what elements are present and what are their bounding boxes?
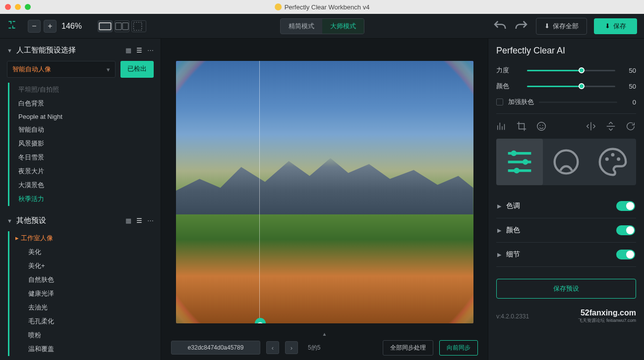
enhance-skin-row: 加强肤色 0 — [496, 98, 636, 106]
adjustment-toggle[interactable] — [616, 201, 635, 211]
detect-button[interactable]: 已检出 — [120, 61, 154, 78]
expand-filmstrip-icon[interactable]: ▲ — [322, 331, 327, 337]
histogram-icon[interactable] — [496, 121, 507, 132]
svg-point-9 — [514, 168, 520, 174]
undo-button[interactable] — [492, 19, 507, 34]
view-crop-icon[interactable] — [131, 20, 146, 32]
preset-item[interactable]: 温和覆盖 — [28, 342, 156, 356]
next-image-button[interactable]: › — [285, 341, 298, 354]
flip-h-icon[interactable] — [585, 121, 596, 132]
svg-point-5 — [539, 125, 540, 126]
svg-point-13 — [617, 157, 620, 161]
logo-icon[interactable] — [7, 20, 17, 32]
tab-portrait[interactable] — [543, 139, 589, 185]
prev-image-button[interactable]: ‹ — [266, 341, 279, 354]
filename-display[interactable]: e32dc8474d0a45789 — [171, 341, 260, 355]
list-view-icon[interactable]: ☰ — [136, 217, 142, 224]
preset-item[interactable]: 美化+ — [28, 259, 156, 273]
flip-v-icon[interactable] — [605, 121, 616, 132]
slider-value: 50 — [622, 67, 636, 74]
preset-item[interactable]: 秋季活力 — [18, 192, 156, 206]
list-view-icon[interactable]: ☰ — [136, 47, 142, 54]
enhance-skin-checkbox[interactable] — [496, 99, 503, 105]
save-all-button[interactable]: ⬇ 保存全部 — [536, 18, 587, 35]
preset-item[interactable]: 健康光泽 — [28, 287, 156, 301]
grid-view-icon[interactable]: ▦ — [125, 47, 131, 54]
version-text: v:4.2.0.2331 — [496, 313, 529, 320]
slider-thumb[interactable] — [579, 67, 585, 73]
sync-forward-button[interactable]: 向前同步 — [439, 340, 478, 356]
preset-item[interactable]: 智能自动 — [18, 123, 156, 137]
tool-row — [496, 113, 636, 139]
preset-item[interactable]: 美化 — [28, 245, 156, 259]
chevron-right-icon: ▶ — [497, 227, 501, 234]
ai-presets-title: 人工智能预设选择 — [16, 46, 121, 55]
chevron-down-icon: ▼ — [7, 48, 12, 53]
zoom-out-button[interactable]: − — [28, 20, 41, 33]
mode-master-button[interactable]: 大师模式 — [322, 19, 364, 34]
close-window-icon[interactable] — [5, 4, 11, 10]
sync-all-button[interactable]: 全部同步处理 — [383, 340, 433, 356]
chevron-down-icon: ▼ — [7, 218, 12, 224]
ai-presets-header[interactable]: ▼ 人工智能预设选择 ▦ ☰ ⋯ — [5, 46, 156, 55]
save-preset-button[interactable]: 保存预设 — [496, 279, 636, 299]
image-preview[interactable]: ◂▸ — [176, 61, 473, 323]
preset-group-title[interactable]: ▸ 工作室人像 — [15, 231, 156, 245]
zoom-value: 146% — [61, 22, 82, 31]
preset-item[interactable]: 冬日雪景 — [18, 151, 156, 164]
enhance-skin-value: 0 — [622, 99, 636, 106]
window-controls — [0, 4, 31, 10]
more-icon[interactable]: ⋯ — [147, 217, 154, 224]
adjustment-row[interactable]: ▶ 色调 — [496, 194, 636, 218]
slider-track[interactable] — [527, 86, 615, 87]
rotate-icon[interactable] — [625, 121, 636, 132]
adjustment-toggle[interactable] — [616, 250, 635, 259]
slider-track[interactable] — [527, 70, 615, 71]
other-presets-header[interactable]: ▼ 其他预设 ▦ ☰ ⋯ — [5, 216, 156, 225]
minimize-window-icon[interactable] — [15, 4, 21, 10]
preset-item[interactable]: 大漠景色 — [18, 178, 156, 192]
view-split-icon[interactable] — [115, 20, 129, 32]
svg-point-7 — [511, 151, 517, 156]
crop-icon[interactable] — [516, 121, 527, 132]
save-button[interactable]: ⬇ 保存 — [594, 18, 637, 34]
preset-item[interactable]: 喷粉 — [28, 328, 156, 342]
grid-view-icon[interactable]: ▦ — [125, 217, 131, 224]
svg-point-8 — [523, 159, 528, 165]
canvas-viewport[interactable]: ◂▸ — [161, 39, 488, 335]
slider-thumb[interactable] — [579, 83, 585, 89]
preset-item[interactable]: 去油光 — [28, 301, 156, 314]
slider-label: 颜色 — [496, 82, 520, 91]
enhance-skin-slider[interactable] — [539, 102, 617, 103]
tab-sliders[interactable] — [496, 139, 543, 185]
more-icon[interactable]: ⋯ — [147, 47, 154, 54]
mode-toggle: 精简模式 大师模式 — [280, 18, 364, 34]
preset-item[interactable]: 风景摄影 — [18, 137, 156, 151]
adjustment-row[interactable]: ▶ 颜色 — [496, 218, 636, 243]
preset-item[interactable]: 白色背景 — [18, 97, 156, 110]
zoom-in-button[interactable]: + — [44, 20, 57, 33]
preset-dropdown[interactable]: 智能自动人像 ▾ — [7, 61, 116, 78]
maximize-window-icon[interactable] — [25, 4, 31, 10]
preset-item[interactable]: 平坦照/自拍照 — [18, 83, 156, 97]
slider-row: 颜色 50 — [496, 82, 636, 91]
mode-simple-button[interactable]: 精简模式 — [281, 19, 322, 34]
save-all-label: 保存全部 — [553, 22, 579, 31]
view-mode-group — [98, 20, 146, 32]
adjustment-label: 色调 — [506, 202, 616, 210]
face-icon[interactable] — [536, 121, 547, 132]
preset-item[interactable]: People at Night — [18, 110, 156, 123]
compare-divider[interactable] — [259, 61, 260, 323]
adjustment-row[interactable]: ▶ 细节 — [496, 243, 636, 267]
tab-creative[interactable] — [589, 139, 636, 185]
slider-value: 50 — [622, 83, 636, 90]
preset-item[interactable]: 夜景大片 — [18, 164, 156, 178]
save-label: 保存 — [613, 22, 626, 31]
adjustment-toggle[interactable] — [616, 225, 635, 235]
preset-item[interactable]: 自然肤色 — [28, 273, 156, 287]
redo-button[interactable] — [514, 19, 529, 34]
view-single-icon[interactable] — [98, 20, 113, 32]
download-icon: ⬇ — [544, 22, 550, 30]
svg-point-12 — [611, 153, 615, 156]
preset-item[interactable]: 毛孔柔化 — [28, 314, 156, 328]
